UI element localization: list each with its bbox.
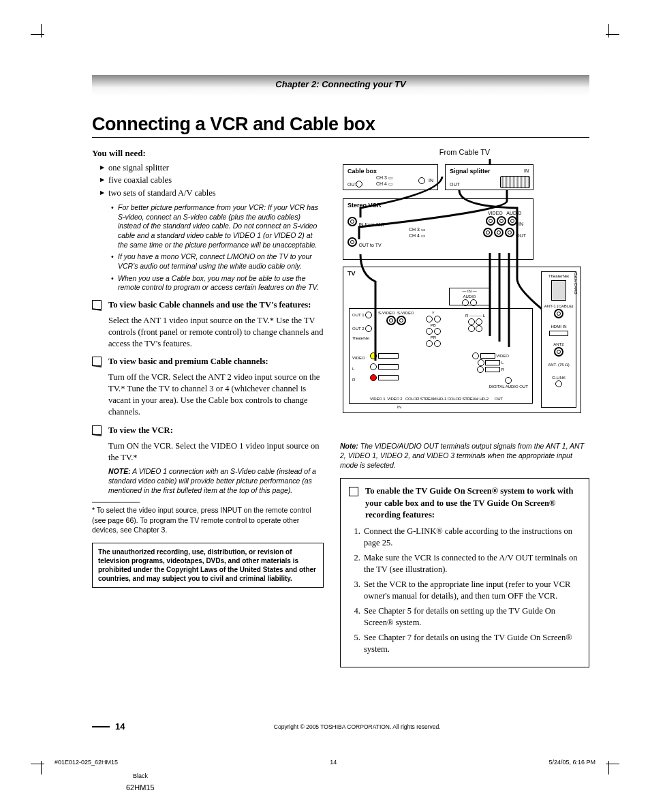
tvguide-box: To enable the TV Guide On Screen® system… [340,478,589,667]
check-heading: To view the VCR: [108,425,173,435]
tvguide-step: See Chapter 7 for details on using the T… [362,632,581,656]
connection-diagram: Cable box IN OUT CH 3 ▭CH 4 ▭ Signal spl… [340,159,589,432]
crop-mark-tl [34,27,55,48]
check-body: Turn ON the VCR. Select the VIDEO 1 vide… [92,440,324,464]
check-item-basic-cable: To view basic Cable channels and use the… [92,299,324,311]
tvguide-step: See Chapter 5 for details on setting up … [362,605,581,629]
page-number: 14 [115,721,125,732]
left-column: You will need: one signal splitter five … [92,147,324,667]
footnote: * To select the video input source, pres… [92,505,324,535]
copyright-warning-box: The unauthorized recording, use, distrib… [92,543,324,588]
need-item: one signal splitter [100,162,324,174]
crop-mark-tr [595,27,616,48]
diagram-cable-box: Cable box IN OUT CH 3 ▭CH 4 ▭ [343,164,438,190]
diagram-stereo-vcr: Stereo VCR IN from ANT OUT to TV CH 3 ▭C… [343,198,533,260]
check-body: Turn off the VCR. Select the ANT 2 video… [92,372,324,418]
diagram-note: Note: The VIDEO/AUDIO OUT terminals outp… [340,441,589,470]
needs-list: one signal splitter five coaxial cables … [92,162,324,200]
check-heading: To view basic and premium Cable channels… [108,357,268,366]
check-item-premium-cable: To view basic and premium Cable channels… [92,356,324,367]
print-filename: #01E012-025_62HM15 [55,759,118,766]
tvguide-step: Connect the G-LINK® cable according to t… [362,526,581,550]
print-timestamp: 5/24/05, 6:16 PM [548,759,595,766]
vcr-note: NOTE: A VIDEO 1 connection with an S-Vid… [92,467,324,495]
tvguide-steps: Connect the G-LINK® cable according to t… [349,526,581,656]
check-item-view-vcr: To view the VCR: [92,425,324,436]
copyright-line: Copyright © 2005 TOSHIBA CORPORATION. Al… [125,723,589,730]
crop-mark-br [595,751,616,771]
tvguide-step: Set the VCR to the appropriate line inpu… [362,579,581,603]
print-color: Black [133,772,148,779]
you-will-need-heading: You will need: [92,147,324,160]
diagram-signal-splitter: Signal splitter IN OUT OUT [445,164,533,190]
model-number: 62HM15 [126,783,155,792]
footnote-rule [92,502,140,502]
tvguide-step: Make sure the VCR is connected to the A/… [362,552,581,576]
crop-mark-bl [34,751,55,771]
need-item: five coaxial cables [100,175,324,186]
tips-list: For better picture performance from your… [92,203,324,292]
tvguide-heading: To enable the TV Guide On Screen® system… [349,485,581,522]
print-page: 14 [330,759,337,766]
right-column: From Cable TV Cable box IN OUT CH 3 ▭CH … [340,147,589,667]
tip-item: If you have a mono VCR, connect L/MONO o… [111,252,324,271]
check-heading: To view basic Cable channels and use the… [108,300,311,310]
from-cable-tv-label: From Cable TV [340,147,589,157]
page-title: Connecting a VCR and Cable box [92,114,589,138]
check-body: Select the ANT 1 video input source on t… [92,315,324,350]
print-metadata: #01E012-025_62HM15 14 5/24/05, 6:16 PM [55,759,595,766]
diagram-tv-back-panel: TV TheaterNet ANT-1 (CABLE) HDMI IN ANT2… [343,267,581,413]
page-footer: 14 Copyright © 2005 TOSHIBA CORPORATION.… [92,721,589,732]
need-item: two sets of standard A/V cables [100,187,324,199]
tip-item: For better picture performance from your… [111,203,324,250]
chapter-header: Chapter 2: Connecting your TV [92,75,589,96]
tip-item: When you use a Cable box, you may not be… [111,274,324,292]
